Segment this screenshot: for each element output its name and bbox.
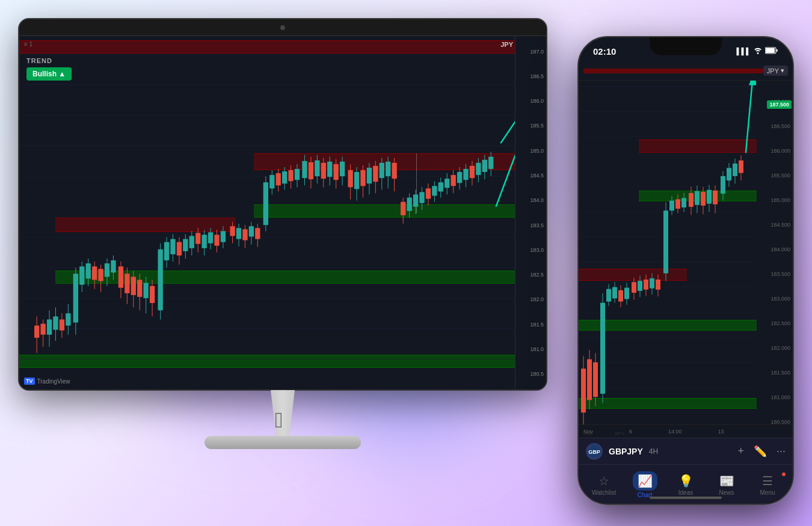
svg-rect-62 xyxy=(189,236,194,248)
iphone-status-bar: 02:10 ▌▌▌ xyxy=(579,42,793,60)
nav-ideas-label: Ideas xyxy=(678,489,693,496)
add-icon[interactable]: + xyxy=(737,445,744,457)
wifi-icon xyxy=(754,47,762,55)
iphone-resistance-bar xyxy=(583,69,763,73)
more-icon[interactable]: ··· xyxy=(777,445,786,457)
iphone-price-label: 184.000 xyxy=(757,246,793,252)
nav-watchlist[interactable]: ☆ Watchlist xyxy=(588,474,621,496)
svg-rect-216 xyxy=(713,191,718,204)
svg-rect-28 xyxy=(79,266,84,284)
iphone-price-label: 186.000 xyxy=(757,148,793,154)
iphone-top-bar: JPY ▾ xyxy=(579,61,793,81)
apple-logo-icon:  xyxy=(275,408,283,433)
iphone-chart: 187.500 187.000 186.500 186.000 185.500 … xyxy=(579,61,793,438)
svg-rect-78 xyxy=(242,229,247,240)
svg-rect-58 xyxy=(177,242,182,255)
svg-rect-74 xyxy=(230,226,235,236)
svg-rect-212 xyxy=(701,192,706,206)
price-label: 182.5 xyxy=(515,272,546,278)
svg-rect-120 xyxy=(380,163,384,178)
nav-news-label: News xyxy=(719,489,734,496)
imac-screen-outer: 187.0 186.5 186.0 185.5 185.0 184.5 184.… xyxy=(18,18,547,391)
price-label: 181.5 xyxy=(515,322,546,328)
svg-rect-200 xyxy=(663,210,668,273)
svg-rect-128 xyxy=(407,198,411,211)
time-label-6: 6 xyxy=(629,429,632,435)
svg-rect-102 xyxy=(321,163,326,179)
svg-rect-16 xyxy=(40,324,45,335)
iphone-currency-dropdown[interactable]: JPY ▾ xyxy=(763,66,788,76)
candles-consolidation-2 xyxy=(348,157,396,201)
svg-rect-152 xyxy=(482,160,487,172)
svg-rect-154 xyxy=(488,157,493,169)
price-label: 180.5 xyxy=(515,371,546,377)
imac-camera xyxy=(280,25,285,30)
svg-rect-190 xyxy=(632,282,636,293)
iphone-price-label: 182.000 xyxy=(757,345,793,351)
svg-rect-26 xyxy=(73,274,78,322)
pair-label-2: SPY xyxy=(615,431,624,436)
svg-rect-174 xyxy=(581,369,586,412)
menu-icon: ☰ xyxy=(762,474,773,488)
candles-group-drop xyxy=(118,261,155,316)
pair-currency-icon: GBP xyxy=(586,443,603,460)
imac-camera-bar xyxy=(19,19,546,36)
svg-rect-76 xyxy=(236,228,241,239)
svg-rect-44 xyxy=(131,277,136,295)
currency-text: JPY xyxy=(767,67,779,75)
svg-rect-148 xyxy=(470,166,475,178)
time-label-13: 13 xyxy=(718,429,724,435)
candles-recovery xyxy=(158,226,226,319)
status-icons: ▌▌▌ xyxy=(737,47,778,55)
svg-rect-112 xyxy=(354,172,359,189)
svg-rect-40 xyxy=(118,266,123,287)
svg-rect-134 xyxy=(426,188,431,198)
candlestick-chart xyxy=(19,36,546,390)
iphone-device: 02:10 ▌▌▌ xyxy=(577,36,794,505)
svg-rect-22 xyxy=(60,319,64,330)
nav-chart[interactable]: 📈 Chart xyxy=(629,471,662,498)
tv-logo-icon: TV xyxy=(24,378,35,385)
svg-rect-68 xyxy=(208,232,213,243)
svg-rect-116 xyxy=(367,168,372,183)
svg-rect-18 xyxy=(47,319,52,334)
svg-rect-92 xyxy=(288,170,293,181)
iphone-price-label: 182.500 xyxy=(757,320,793,326)
watchlist-icon: ☆ xyxy=(598,474,609,488)
svg-rect-64 xyxy=(195,233,200,243)
svg-rect-224 xyxy=(739,161,743,173)
candles-big-jump xyxy=(263,164,300,231)
imac-stand-base xyxy=(205,436,361,449)
svg-rect-48 xyxy=(143,283,148,298)
chart-index-label: ≡ 1 xyxy=(24,41,32,47)
svg-line-225 xyxy=(746,74,753,152)
iphone-price-label: 185.500 xyxy=(757,173,793,179)
price-label: 186.0 xyxy=(515,98,546,104)
iphone-price-label: 185.000 xyxy=(757,197,793,203)
nav-menu[interactable]: ☰ Menu xyxy=(751,474,784,496)
svg-rect-208 xyxy=(689,193,694,207)
svg-rect-178 xyxy=(593,362,598,397)
svg-rect-104 xyxy=(327,162,332,177)
nav-news[interactable]: 📰 News xyxy=(710,474,743,496)
iphone-price-label: 181.000 xyxy=(757,394,793,400)
svg-rect-88 xyxy=(276,173,281,185)
svg-rect-202 xyxy=(669,201,674,211)
svg-rect-158 xyxy=(766,48,775,53)
iphone-price-label: 181.500 xyxy=(757,370,793,376)
imac-screen-content: 187.0 186.5 186.0 185.5 185.0 184.5 184.… xyxy=(19,36,546,390)
svg-rect-206 xyxy=(681,198,686,207)
svg-rect-86 xyxy=(269,175,274,188)
news-icon: 📰 xyxy=(719,474,734,488)
pair-actions: + ✏️ ··· xyxy=(737,445,786,458)
edit-icon[interactable]: ✏️ xyxy=(754,445,767,458)
svg-rect-98 xyxy=(309,162,313,179)
svg-rect-24 xyxy=(66,313,70,325)
home-indicator xyxy=(650,497,722,499)
nav-ideas[interactable]: 💡 Ideas xyxy=(669,474,703,496)
iphone-pair-row: GBP GBPJPY 4H + ✏️ ··· xyxy=(579,438,793,465)
svg-rect-20 xyxy=(53,316,58,329)
iphone-screen: 02:10 ▌▌▌ xyxy=(579,37,793,504)
imac-price-axis: 187.0 186.5 186.0 185.5 185.0 184.5 184.… xyxy=(515,36,546,390)
iphone-price-label: 186.500 xyxy=(757,123,793,129)
